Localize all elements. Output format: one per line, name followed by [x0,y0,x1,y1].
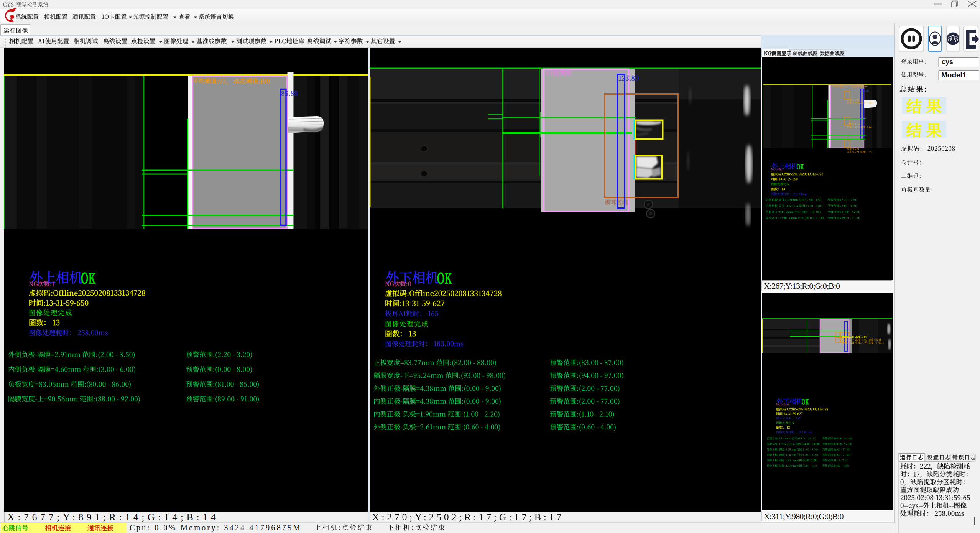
svg-text:Cpu: 0.0% Memory: 3424.41796: Cpu: 0.0% Memory: 3424.41796875M [130,523,302,532]
svg-text:Model1: Model1 [941,71,967,79]
svg-text:X:7677;Y:891;R:14;G:14;B:14: X:7677;Y:891;R:14;G:14;B:14 [7,512,219,523]
svg-text:X:267;Y:13;R:0;G:0;B:0: X:267;Y:13;R:0;G:0;B:0 [764,281,840,291]
svg-text:X:311;Y:980;R:0;G:0;B:0: X:311;Y:980;R:0;G:0;B:0 [764,512,844,521]
svg-text:cys: cys [942,58,953,66]
svg-text:X:270;Y:2502;R:17;G:17;B:17: X:270;Y:2502;R:17;G:17;B:17 [372,512,564,523]
